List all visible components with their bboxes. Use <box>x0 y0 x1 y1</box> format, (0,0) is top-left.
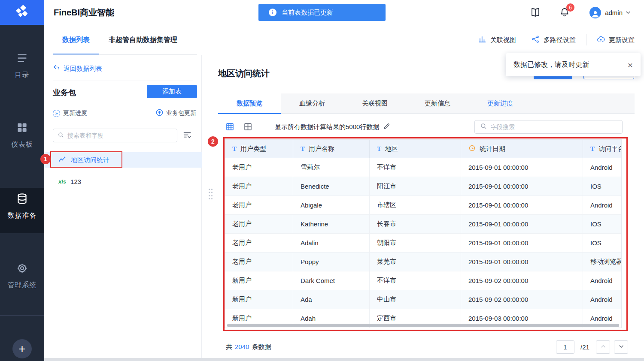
user-avatar[interactable] <box>589 7 601 18</box>
sidebar-item-admin-system[interactable]: 管理系统 <box>0 262 44 290</box>
package-update-link[interactable]: 业务包更新 <box>156 108 196 118</box>
database-icon <box>16 193 28 206</box>
row-limit-info: 显示所有数据计算结果的5000行数据 <box>275 123 390 131</box>
column-header-user-name[interactable]: T用户名称 <box>293 140 370 158</box>
table-row: 老用户Adalin朝阳市2015-09-01 00:00:00IOS <box>225 234 621 253</box>
link-label: 业务包更新 <box>166 109 196 117</box>
table-item-123[interactable]: xls 123 <box>44 174 202 189</box>
chevron-down-icon[interactable] <box>625 9 631 15</box>
chevron-up-icon <box>600 343 607 352</box>
notification-count-badge: 6 <box>566 3 574 12</box>
table-search-input[interactable] <box>67 132 173 139</box>
page-total: /21 <box>580 343 589 351</box>
table-cell: Katherine <box>293 215 370 233</box>
card-view-icon[interactable] <box>243 122 252 131</box>
update-notification-banner: i 当前表数据已更新 <box>258 4 386 21</box>
clock-icon <box>468 144 476 153</box>
close-icon[interactable]: × <box>628 60 633 69</box>
table-item-label: 123 <box>70 178 81 185</box>
help-book-icon[interactable] <box>530 7 541 18</box>
tab-update-info[interactable]: 更新信息 <box>406 93 469 114</box>
table-view-icon[interactable] <box>225 122 234 131</box>
xls-file-icon: xls <box>58 178 66 185</box>
finebi-logo[interactable] <box>0 0 44 25</box>
panel-divider <box>53 81 193 81</box>
table-cell: 雪莉尔 <box>293 158 370 177</box>
multi-path-icon <box>532 35 540 45</box>
table-search-box <box>53 129 177 142</box>
action-label: 多路径设置 <box>544 36 576 44</box>
tab-self-service-dataset[interactable]: 非超管自助数据集管理 <box>99 25 187 55</box>
column-header-stat-date[interactable]: 统计日期 <box>461 140 583 158</box>
table-cell: 老用户 <box>225 234 293 252</box>
update-progress-link[interactable]: » 更新进度 <box>53 108 87 118</box>
tab-label: 非超管自助数据集管理 <box>109 36 177 45</box>
horizontal-scrollbar[interactable] <box>227 324 619 327</box>
table-row: 老用户Abigale市辖区2015-09-01 00:00:00Android <box>225 196 621 215</box>
column-label: 统计日期 <box>480 145 505 153</box>
table-cell: 长春市 <box>370 215 461 233</box>
table-cell: 不详市 <box>370 271 461 290</box>
chevron-down-icon <box>618 343 625 352</box>
tab-update-progress[interactable]: 更新进度 <box>469 93 532 114</box>
add-button[interactable]: + <box>12 339 32 358</box>
table-cell: 老用户 <box>225 158 293 177</box>
table-cell: 2015-09-01 00:00:00 <box>461 234 583 252</box>
next-page-button[interactable] <box>614 340 628 354</box>
back-to-data-list-link[interactable]: 返回数据列表 <box>53 64 102 73</box>
annotation-badge-step2: 2 <box>208 136 218 147</box>
linked-view-action[interactable]: 关联视图 <box>478 35 516 45</box>
table-row: 老用户Katherine长春市2015-09-01 00:00:00IOS <box>225 215 621 234</box>
tab-data-preview[interactable]: 数据预览 <box>218 93 281 114</box>
table-cell: IOS <box>583 234 621 252</box>
text-type-icon: T <box>232 145 237 153</box>
notifications-bell-icon[interactable]: 6 <box>559 7 570 18</box>
app-title: FineBI商业智能 <box>54 7 114 18</box>
table-cell: 莱芜市 <box>370 253 461 271</box>
finebi-app: 目录 仪表板 数据准备 管理系统 + FineBI商业智能 i 当前表数据已更新… <box>0 0 644 361</box>
tab-linked-view[interactable]: 关联视图 <box>343 93 406 114</box>
preview-toolbar: 显示所有数据计算结果的5000行数据 <box>218 119 635 135</box>
tab-label: 关联视图 <box>362 99 388 108</box>
sidebar-divider <box>0 315 44 316</box>
data-list-panel: 返回数据列表 业务包 添加表 » 更新进度 业务包更新 地区访问统计 xls 1… <box>44 55 202 358</box>
data-modified-toast: 数据已修改，请及时更新 × <box>506 53 641 76</box>
tab-lineage-analysis[interactable]: 血缘分析 <box>281 93 343 114</box>
edit-pencil-icon[interactable] <box>383 123 390 131</box>
linked-view-icon <box>478 35 486 45</box>
add-table-button[interactable]: 添加表 <box>147 85 197 98</box>
column-header-region[interactable]: T地区 <box>370 140 461 158</box>
business-package-title: 业务包 <box>53 87 76 98</box>
directory-icon <box>16 52 28 66</box>
field-filter-icon[interactable] <box>182 130 192 140</box>
table-cell: 2015-09-01 00:00:00 <box>461 177 583 196</box>
text-type-icon: T <box>301 145 305 153</box>
multi-path-settings-action[interactable]: 多路径设置 <box>532 35 576 45</box>
detail-tabs: 数据预览 血缘分析 关联视图 更新信息 更新进度 <box>218 93 635 114</box>
sidebar-item-dashboard[interactable]: 仪表板 <box>0 122 44 149</box>
panel-resize-handle[interactable] <box>209 189 213 200</box>
table-cell: 朝阳市 <box>370 234 461 252</box>
column-header-platform[interactable]: T访问平台 <box>583 140 621 158</box>
field-search-input[interactable] <box>491 123 617 130</box>
sidebar-item-data-preparation[interactable]: 数据准备 <box>0 193 44 220</box>
previous-page-button[interactable] <box>596 340 610 354</box>
table-cell: 老用户 <box>225 177 293 196</box>
table-cell: IOS <box>583 215 621 233</box>
page-bottom-scrollbar[interactable] <box>44 358 644 361</box>
table-cell: Benedicte <box>293 177 370 196</box>
page-number-input[interactable] <box>556 340 574 354</box>
table-row: 新用户Ada中山市2015-09-02 00:00:00Android <box>225 290 621 309</box>
tab-data-list[interactable]: 数据列表 <box>53 25 99 55</box>
table-cell: 2015-09-01 00:00:00 <box>461 253 583 271</box>
user-name[interactable]: admin <box>605 9 623 16</box>
table-cell: Adalin <box>293 234 370 252</box>
data-preview-table: T用户类型 T用户名称 T地区 统计日期 T访问平台 老用户雪莉尔不详市2015… <box>225 139 622 328</box>
back-link-label: 返回数据列表 <box>64 65 102 73</box>
text-type-icon: T <box>377 145 381 153</box>
table-item-region-visit-stats[interactable]: 地区访问统计 <box>44 152 202 168</box>
table-row: 老用户雪莉尔不详市2015-09-01 00:00:00Android <box>225 158 621 177</box>
update-settings-action[interactable]: 更新设置 <box>597 35 635 45</box>
column-header-user-type[interactable]: T用户类型 <box>225 140 293 158</box>
sidebar-item-directory[interactable]: 目录 <box>0 52 44 80</box>
